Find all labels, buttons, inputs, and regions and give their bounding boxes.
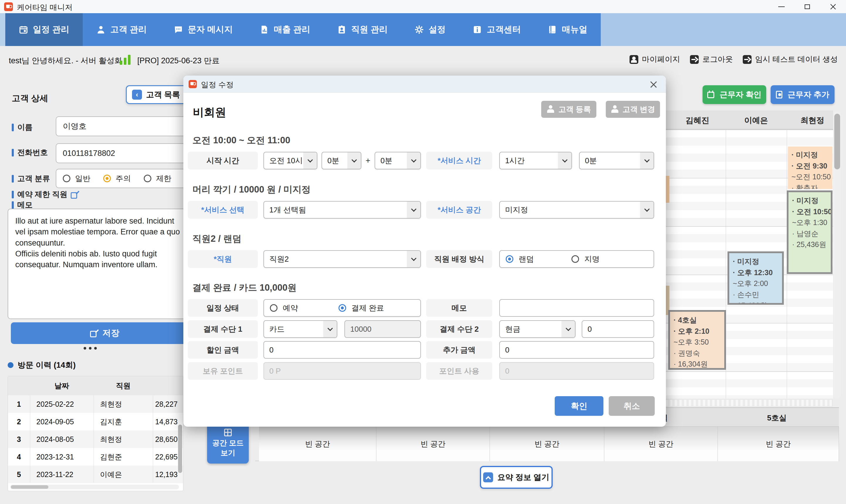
logout-link[interactable]: 로그아웃 xyxy=(690,54,733,65)
nav-item-customers[interactable]: 고객 관리 xyxy=(83,13,160,46)
empty-space-cell[interactable]: 빈 공간 xyxy=(718,427,839,461)
nav-item-support[interactable]: 고객센터 xyxy=(459,13,534,46)
table-row[interactable]: 52023-11-22이예은12,193 xyxy=(8,466,183,483)
radio-random[interactable] xyxy=(506,255,513,263)
discount-input[interactable]: 0 xyxy=(263,341,421,359)
nav-item-staff[interactable]: 직원 관리 xyxy=(324,13,401,46)
close-button[interactable] xyxy=(820,0,846,13)
appointment-card[interactable]: · 미지정· 오전 9:30~오전 10:50· 황춘자 xyxy=(788,146,832,189)
confirm-button[interactable]: 확인 xyxy=(555,396,603,416)
empty-space-cell[interactable]: 빈 공간 xyxy=(604,427,718,461)
memo-input[interactable] xyxy=(499,299,654,317)
schedule-vertical-scrollbar[interactable] xyxy=(834,111,841,398)
empty-space-cell[interactable]: 빈 공간 xyxy=(259,427,376,461)
cancel-button[interactable]: 취소 xyxy=(609,396,655,416)
appointment-card[interactable]: · 4호실· 오후 2:10~오후 3:50· 권명숙· 16,304원 xyxy=(668,310,726,370)
radio-restricted[interactable] xyxy=(144,175,151,182)
pay-method2-label: 결제 수단 2 xyxy=(426,320,492,338)
points-label: 보유 포인트 xyxy=(188,362,258,380)
chevron-down-icon xyxy=(562,157,567,162)
chevron-down-icon xyxy=(327,326,333,331)
save-button[interactable]: 저장 xyxy=(11,322,198,344)
radio-paid[interactable] xyxy=(339,304,346,312)
table-row[interactable]: 12025-02-22최현정28,227 xyxy=(8,395,183,413)
class-radio-group: 일반 주의 제한 xyxy=(56,169,205,188)
appointment-card[interactable]: · 미지정· 오전 10:50~오후 1:30· 남영순· 25,436원 xyxy=(787,191,832,274)
minimize-button[interactable] xyxy=(769,0,794,13)
column-staff: 직원 xyxy=(93,381,153,391)
panel-collapse-handle[interactable] xyxy=(84,347,97,349)
chevron-down-icon xyxy=(351,157,357,162)
generate-label: 임시 테스트 데이터 생성 xyxy=(755,54,838,65)
pay-amount2-input[interactable]: 0 xyxy=(582,320,654,338)
start-hour-select[interactable]: 오전 10시 xyxy=(263,152,317,169)
chevron-down-icon xyxy=(307,157,313,162)
license-text: [PRO] 2025-06-23 만료 xyxy=(137,55,220,66)
nav-label: 문자 메시지 xyxy=(188,24,232,35)
staff-label: *직원 xyxy=(188,250,258,268)
chevron-down-icon xyxy=(411,206,416,212)
start-minute-select[interactable]: 0분 xyxy=(322,152,361,169)
radio-designate[interactable] xyxy=(571,255,579,263)
appointment-card[interactable]: · 미지정· 오후 12:30~오후 2:00· 손수민· 15,436원 xyxy=(727,251,784,305)
payment-method-row: 결제 수단 1 카드 10000 결제 수단 2 현금 0 xyxy=(188,320,654,338)
service-select[interactable]: 1개 선택됨 xyxy=(263,201,421,219)
pay-method2-select[interactable]: 현금 xyxy=(499,320,575,338)
staff-select[interactable]: 직원2 xyxy=(263,250,421,268)
name-label: 이름 xyxy=(12,122,33,132)
server-signal-icon xyxy=(120,55,131,65)
maximize-button[interactable] xyxy=(794,0,820,13)
customer-register-button[interactable]: 고객 등록 xyxy=(541,101,597,118)
empty-space-cell[interactable]: 빈 공간 xyxy=(490,427,604,461)
mypage-link[interactable]: 마이페이지 xyxy=(629,54,680,65)
duration-hour-select[interactable]: 1시간 xyxy=(499,152,572,169)
member-name: 비회원 xyxy=(193,105,226,120)
duration-minute-select[interactable]: 0분 xyxy=(579,152,654,169)
nav-item-settings[interactable]: 설정 xyxy=(401,13,459,46)
edit-icon[interactable] xyxy=(71,191,79,199)
appointment-card-partial[interactable] xyxy=(665,176,669,203)
chevron-up-icon xyxy=(483,472,493,482)
table-horizontal-scrollbar[interactable] xyxy=(10,485,179,489)
table-row[interactable]: 32024-08-05최현정28,650 xyxy=(8,430,183,448)
pay-amount1-input[interactable]: 10000 xyxy=(344,320,421,338)
radio-normal[interactable] xyxy=(63,175,70,182)
extra-amount-input[interactable]: 0 xyxy=(499,341,654,359)
worker-add-button[interactable]: 근무자 추가 xyxy=(771,85,834,104)
modal-title: 일정 수정 xyxy=(201,80,234,90)
summary-open-button[interactable]: 요약 정보 열기 xyxy=(480,466,553,489)
radio-caution[interactable] xyxy=(103,175,111,182)
nav-item-schedule[interactable]: 일정 관리 xyxy=(5,13,83,46)
space-mode-button[interactable]: 공간 모드 보기 xyxy=(207,423,249,464)
nav-label: 매뉴얼 xyxy=(562,24,587,35)
nav-label: 설정 xyxy=(429,24,446,35)
table-row[interactable]: 42023-12-31김현준22,695 xyxy=(8,448,183,466)
nav-item-sales[interactable]: 매출 관리 xyxy=(246,13,324,46)
restrict-staff-label: 예약 제한 직원 xyxy=(12,189,79,200)
points-row: 보유 포인트 0 P 포인트 사용 0 xyxy=(188,362,654,380)
nav-left-strip xyxy=(0,13,5,46)
nav-item-messages[interactable]: 문자 메시지 xyxy=(160,13,246,46)
generate-test-data-link[interactable]: 임시 테스트 데이터 생성 xyxy=(743,54,838,65)
pay-method1-select[interactable]: 카드 xyxy=(263,320,337,338)
nav-item-manual[interactable]: 매뉴얼 xyxy=(534,13,601,46)
customer-change-button[interactable]: 고객 변경 xyxy=(606,101,660,118)
start-time-label: 시작 시간 xyxy=(188,152,258,169)
memo-textarea[interactable]: Illo aut at iure aspernatur labore sed. … xyxy=(7,209,188,319)
nav-label: 고객센터 xyxy=(487,24,521,35)
radio-caution-label: 주의 xyxy=(116,174,131,184)
radio-paid-label: 결제 완료 xyxy=(351,303,384,313)
modal-close-icon[interactable] xyxy=(648,79,659,90)
service-row: *서비스 선택 1개 선택됨 *서비스 공간 미지정 xyxy=(188,201,654,219)
name-field[interactable]: 이영호 xyxy=(56,116,205,136)
service-space-select[interactable]: 미지정 xyxy=(499,201,654,219)
status-memo-row: 일정 상태 예약 결제 완료 메모 xyxy=(188,299,654,317)
worker-check-button[interactable]: 근무자 확인 xyxy=(703,85,766,104)
logout-label: 로그아웃 xyxy=(702,54,733,65)
table-row[interactable]: 22024-09-05김지훈14,873 xyxy=(8,413,183,430)
empty-space-cell[interactable]: 빈 공간 xyxy=(376,427,490,461)
radio-reserved[interactable] xyxy=(270,304,277,312)
table-vertical-scrollbar[interactable] xyxy=(178,425,182,473)
extra-minute-select[interactable]: 0분 xyxy=(375,152,421,169)
phone-field[interactable]: 010118178802 xyxy=(56,143,205,163)
